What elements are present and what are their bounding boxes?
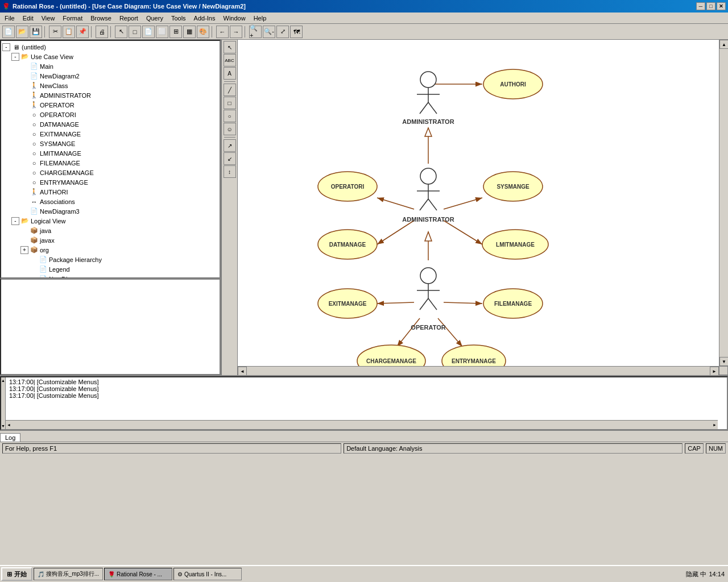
log-h-scrollbar[interactable]: ◄ ► bbox=[6, 420, 718, 429]
menu-file[interactable]: File bbox=[1, 14, 18, 22]
zoom-in-button[interactable]: 🔍+ bbox=[249, 26, 262, 38]
tree-label: Package Hierarchy bbox=[49, 256, 102, 263]
tree-item-legend[interactable]: 📄Legend bbox=[2, 264, 218, 274]
tree-item-main[interactable]: 📄Main bbox=[2, 61, 218, 71]
tool-text-abc[interactable]: ABC bbox=[224, 54, 236, 66]
select-button[interactable]: ↖ bbox=[115, 26, 127, 38]
tool-ellipse[interactable]: ○ bbox=[224, 110, 236, 122]
log-tab[interactable]: Log bbox=[0, 433, 20, 442]
menu-query[interactable]: Query bbox=[143, 14, 167, 22]
tree-item-package-hierarchy[interactable]: 📄Package Hierarchy bbox=[2, 255, 218, 264]
tree-item-(untitled)[interactable]: -🖥(untitled) bbox=[2, 42, 218, 52]
tree-item-operatori[interactable]: ○OPERATORI bbox=[2, 110, 218, 119]
tree-view[interactable]: -🖥(untitled)-📂Use Case View📄Main📄NewDiag… bbox=[0, 40, 221, 278]
doc-button[interactable]: 📄 bbox=[142, 26, 155, 38]
menu-tools[interactable]: Tools bbox=[168, 14, 189, 22]
tree-item-administrator[interactable]: 🚶ADMINISTRATOR bbox=[2, 90, 218, 100]
tree-item-exitmanage[interactable]: ○EXITMANAGE bbox=[2, 129, 218, 139]
log-scroll-right[interactable]: ► bbox=[712, 421, 718, 429]
tree-item-org[interactable]: +📦org bbox=[2, 245, 218, 255]
log-scroll-up[interactable]: ▲ bbox=[1, 379, 5, 383]
new-button[interactable]: 📄 bbox=[2, 26, 15, 38]
scroll-right[interactable]: ► bbox=[710, 367, 719, 375]
menu-window[interactable]: Window bbox=[220, 14, 249, 22]
tree-item-javax[interactable]: 📦javax bbox=[2, 235, 218, 245]
menu-format[interactable]: Format bbox=[59, 14, 86, 22]
menu-addins[interactable]: Add-Ins bbox=[191, 14, 219, 22]
forward-button[interactable]: → bbox=[230, 26, 242, 38]
close-button[interactable]: ✕ bbox=[717, 2, 726, 10]
cut-button[interactable]: ✂ bbox=[49, 26, 61, 38]
expand-btn[interactable]: + bbox=[20, 246, 28, 254]
tree-item-lmitmanage[interactable]: ○LMITMANAGE bbox=[2, 148, 218, 158]
tree-item-entrymanage[interactable]: ○ENTRYMANAGE bbox=[2, 177, 218, 187]
taskbar-item-sogou[interactable]: 🎵 搜狗音乐_mp3排行... bbox=[34, 568, 103, 580]
back-button[interactable]: ← bbox=[216, 26, 229, 38]
diagram-canvas[interactable]: AUTHORI OPERATORI SYSMANGE DATMANAGE LMI… bbox=[238, 40, 728, 375]
tree-item-associations[interactable]: ↔Associations bbox=[2, 197, 218, 206]
tree-item-newdiagram2[interactable]: 📄NewDiagram2 bbox=[2, 71, 218, 81]
start-button[interactable]: ⊞ 开始 bbox=[1, 567, 32, 581]
tree-item-datmanage[interactable]: ○DATMANAGE bbox=[2, 119, 218, 129]
save-button[interactable]: 💾 bbox=[30, 26, 42, 38]
color-button[interactable]: 🎨 bbox=[197, 26, 209, 38]
arrange-button[interactable]: ▦ bbox=[183, 26, 196, 38]
fit-button[interactable]: ⤢ bbox=[276, 26, 289, 38]
tool-actor[interactable]: ☺ bbox=[224, 123, 236, 135]
minimize-button[interactable]: ─ bbox=[696, 2, 705, 10]
tree-item-use-case-view[interactable]: -📂Use Case View bbox=[2, 52, 218, 61]
taskbar-item-rose[interactable]: 🌹 Rational Rose - ... bbox=[104, 568, 172, 580]
tool-arrow3[interactable]: ↕ bbox=[224, 165, 236, 178]
tree-item-operator[interactable]: 🚶OPERATOR bbox=[2, 100, 218, 110]
tree-item-authori[interactable]: 🚶AUTHORI bbox=[2, 187, 218, 197]
tool-arrow2[interactable]: ↙ bbox=[224, 152, 236, 165]
copy-button[interactable]: 📋 bbox=[63, 26, 75, 38]
open-button[interactable]: 📂 bbox=[16, 26, 28, 38]
class-button[interactable]: ⬜ bbox=[156, 26, 168, 38]
tree-item-sysmange[interactable]: ○SYSMANGE bbox=[2, 139, 218, 148]
tree-item-newclass[interactable]: 🚶NewClass bbox=[2, 81, 218, 90]
menu-browse[interactable]: Browse bbox=[87, 14, 115, 22]
svg-text:ENTRYMANAGE: ENTRYMANAGE bbox=[452, 358, 496, 364]
zoom-out-button[interactable]: 🔍- bbox=[263, 26, 275, 38]
print-button[interactable]: 🖨 bbox=[96, 26, 108, 38]
menu-report[interactable]: Report bbox=[116, 14, 142, 22]
scroll-up[interactable]: ▲ bbox=[719, 40, 728, 49]
overview-button[interactable]: 🗺 bbox=[290, 26, 303, 38]
tool-rect[interactable]: □ bbox=[224, 97, 236, 109]
tool-arrow1[interactable]: ↗ bbox=[224, 139, 236, 152]
tree-label: AUTHORI bbox=[40, 189, 68, 196]
rect-button[interactable]: □ bbox=[129, 26, 141, 38]
paste-button[interactable]: 📌 bbox=[76, 26, 89, 38]
h-scrollbar[interactable]: ◄ ► bbox=[238, 366, 719, 375]
tree-item-filemanage[interactable]: ○FILEMANAGE bbox=[2, 158, 218, 168]
expand-btn[interactable]: - bbox=[11, 217, 19, 225]
taskbar-item-quartus[interactable]: ⚙ Quartus II - Ins... bbox=[173, 568, 242, 580]
tree-item-chargemanage[interactable]: ○CHARGEMANAGE bbox=[2, 168, 218, 177]
scroll-track-h[interactable] bbox=[247, 367, 710, 375]
grid-button[interactable]: ⊞ bbox=[169, 26, 182, 38]
log-scroll-left[interactable]: ◄ bbox=[6, 421, 12, 429]
scroll-left[interactable]: ◄ bbox=[238, 367, 247, 375]
menu-edit[interactable]: Edit bbox=[19, 14, 37, 22]
scroll-down[interactable]: ▼ bbox=[719, 357, 728, 366]
taskbar: ⊞ 开始 🎵 搜狗音乐_mp3排行... 🌹 Rational Rose - .… bbox=[0, 565, 728, 582]
tree-item-newdiagram[interactable]: 📄NewDiagram bbox=[2, 274, 218, 278]
tree-item-newdiagram3[interactable]: 📄NewDiagram3 bbox=[2, 206, 218, 216]
tree-item-java[interactable]: 📦java bbox=[2, 226, 218, 235]
expand-btn[interactable]: - bbox=[2, 43, 10, 51]
restore-button[interactable]: □ bbox=[706, 2, 715, 10]
tree-label: LMITMANAGE bbox=[40, 150, 81, 157]
v-scrollbar[interactable]: ▲ ▼ bbox=[719, 40, 728, 366]
log-scroll-down[interactable]: ▼ bbox=[1, 424, 5, 428]
scroll-track-v[interactable] bbox=[719, 49, 728, 357]
tree-item-logical-view[interactable]: -📂Logical View bbox=[2, 216, 218, 226]
tool-text-a[interactable]: A bbox=[224, 67, 236, 80]
svg-point-39 bbox=[318, 289, 377, 318]
menu-help[interactable]: Help bbox=[250, 14, 270, 22]
log-v-scrollbar[interactable]: ▲ ▼ bbox=[1, 377, 6, 429]
menu-view[interactable]: View bbox=[38, 14, 59, 22]
expand-btn[interactable]: - bbox=[11, 53, 19, 61]
tool-line[interactable]: ╱ bbox=[224, 84, 236, 96]
tool-select[interactable]: ↖ bbox=[224, 41, 236, 53]
